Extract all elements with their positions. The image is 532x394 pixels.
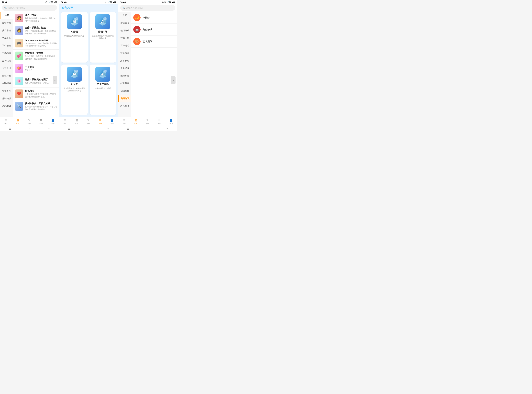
list-item-info-0: 清语（女友） 和女友微信聊天，角色名称：清语（或用户可自定义名字） [25, 14, 57, 22]
list-item-6[interactable]: ❤️ 模拟恋爱 一個創新的虛擬情侣互動模擬，它專門設計用於模擬戀愛中的互... [13, 88, 59, 100]
nav-item-p2-1[interactable]: ⊞ 女友 [74, 118, 80, 125]
nav-icon-p2-4: 👤 [110, 119, 114, 122]
sidebar-item-writing[interactable]: 写作辅助 [0, 42, 13, 49]
nav-item-p1-1[interactable]: ⊞ 女友 [15, 118, 21, 125]
network-icon-1: 127↑ 🔗 5G [45, 1, 53, 3]
network-icon-3: 6.28↑ 🔗 5G [162, 1, 172, 3]
list-item-2[interactable]: 🎮 OtomeAdventureGPT OtomeAdventureGPT旨在创… [13, 37, 59, 50]
sidebar3-item-fun[interactable]: 趣味知识 [118, 95, 131, 102]
item-icon-0: 🌙 [133, 14, 141, 21]
app-card-2[interactable]: AI AI女友 输入简单描述，AI将智能输出markdown内容 [61, 65, 88, 115]
search-icon-3: 🔍 [122, 7, 125, 9]
app-card-1[interactable]: AI 绘画广场 提供各类精美作品给用户欣赏和使用 [90, 12, 116, 62]
nav-item-p2-0[interactable]: ≡ 首页 [62, 118, 68, 125]
nav-item-p1-4[interactable]: 👤 我的 [50, 118, 56, 125]
nav-item-p3-1[interactable]: ⊞ 女友 [133, 118, 139, 125]
back-icon-1[interactable]: ＜ [48, 127, 50, 130]
sidebar3-item-love[interactable]: 爱情游戏 [118, 19, 131, 27]
icon-list-item-2[interactable]: 🎨 艺术顾问 [131, 36, 177, 48]
nav-item-p3-0[interactable]: ≡ 首页 [121, 118, 127, 125]
sidebar-item-fun[interactable]: 趣味知识 [0, 95, 13, 102]
status-bar-2: 10:48 38↑ 🔗 5G ▮ 82 [59, 0, 118, 4]
sidebar3-item-review[interactable]: 点评/评鉴 [118, 80, 131, 87]
search-bar-3[interactable]: 🔍 请输入关键词搜索 [120, 5, 175, 11]
nav-item-p1-3[interactable]: ⁞⁞ 应用 [38, 118, 44, 125]
nav-item-p2-3[interactable]: ⁞⁞ 应用 [97, 118, 103, 125]
panel-1: 10:48 127↑ 🔗 5G ▮ 82 🔍 请输入关键词搜索 全部爱情游戏热门… [0, 0, 59, 131]
avatar-0: 👧 [15, 14, 23, 22]
sidebar3-item-tools[interactable]: 效率工具 [118, 34, 131, 42]
list-item-4[interactable]: 💝 子言女友 舒适伴侣 [13, 62, 59, 75]
app-icon-1: AI [95, 14, 110, 29]
sidebar-item-tools[interactable]: 效率工具 [0, 34, 13, 42]
menu-icon-3[interactable]: ☰ [127, 127, 129, 130]
list-item-3[interactable]: 💕 恋爱游戏（渣女版） 从现在开始，AI将扮演一个恋爱游戏中的女主角！快攻略妹妹… [13, 50, 59, 62]
sidebar-item-love[interactable]: 爱情游戏 [0, 19, 13, 27]
item-name-2: 艺术顾问 [142, 40, 152, 43]
nav-item-p1-2[interactable]: ✎ 创作 [26, 118, 32, 125]
item-emoji-2: 🎨 [135, 40, 139, 43]
app-card-0[interactable]: AI AI绘画 快速生成大师级绘画作品 [61, 12, 88, 62]
avatar-3: 💕 [15, 52, 23, 60]
search-placeholder-1: 请输入关键词搜索 [8, 6, 25, 9]
sidebar-item-all[interactable]: 全部 [0, 12, 13, 19]
status-bar-3: 10:48 6.28↑ 🔗 5G ▮ 82 [118, 0, 177, 4]
nav-label-p3-1: 女友 [134, 122, 137, 125]
sidebar3-item-coding[interactable]: 编程开发 [118, 72, 131, 80]
sidebar-item-coding[interactable]: 编程开发 [0, 72, 13, 80]
list-item-desc-0: 和女友微信聊天，角色名称：清语（或用户可自定义名字） [25, 17, 57, 22]
sidebar-item-articles[interactable]: 文章/故事 [0, 49, 13, 57]
home-icon-2[interactable]: ○ [88, 127, 89, 130]
nav-item-p2-4[interactable]: 👤 我的 [109, 118, 115, 125]
sidebar3-item-articles[interactable]: 文章/故事 [118, 49, 131, 57]
sidebar3-item-thinking[interactable]: 发散思维 [118, 65, 131, 72]
status-icons-3: 6.28↑ 🔗 5G ▮ 82 [162, 1, 175, 3]
nav-item-p2-2[interactable]: ✎ 创作 [85, 118, 91, 125]
sidebar3-item-knowledge[interactable]: 知识百科 [118, 87, 131, 95]
back-icon-3[interactable]: ＜ [166, 127, 168, 130]
sidebar-item-review[interactable]: 点评/评鉴 [0, 80, 13, 87]
nav-item-p3-2[interactable]: ✎ 创作 [145, 118, 150, 125]
home-icon-1[interactable]: ○ [29, 127, 30, 130]
sidebar-item-text[interactable]: 文本/词语 [0, 57, 13, 65]
home-icon-3[interactable]: ○ [147, 127, 148, 130]
sidebar-item-thinking[interactable]: 发散思维 [0, 65, 13, 72]
nav-item-p3-3[interactable]: ⁞⁞ 应用 [156, 118, 162, 125]
back-icon-2[interactable]: ＜ [107, 127, 109, 130]
list-item-info-7: 仙剑奇侠传：守护女神版 在神秘的"仙剑奇侠传"世界中，一个古老的村庄守护着传说中… [25, 102, 57, 111]
avatar-2: 🎮 [15, 39, 23, 47]
items-list-3: 🌙 AI解梦 🤖 角色扮演 🎨 艺术顾问 « [131, 12, 177, 117]
sidebar-item-lang[interactable]: 语言/翻译 [0, 102, 13, 110]
list-item-7[interactable]: ⚔️ 仙剑奇侠传：守护女神版 在神秘的"仙剑奇侠传"世界中，一个古老的村庄守护着… [13, 100, 59, 113]
sidebar3-item-writing[interactable]: 写作辅助 [118, 42, 131, 49]
collapse-button-3[interactable]: « [171, 76, 176, 84]
nav-item-p1-0[interactable]: ≡ 首页 [3, 118, 9, 125]
icon-list-item-0[interactable]: 🌙 AI解梦 [131, 12, 177, 24]
search-icon-1: 🔍 [4, 7, 7, 9]
ai-label-1: AI [101, 20, 104, 24]
list-item-5[interactable]: 🌸 完蛋！我被美女包围了 完蛋，我被美女包围了(AI同人) [13, 75, 59, 88]
sidebar3-item-hot[interactable]: 热门游戏 [118, 27, 131, 34]
icon-list-item-1[interactable]: 🤖 角色扮演 [131, 24, 177, 36]
app-card-3[interactable]: AI 艺术二维码 快速生成艺术二维码 [90, 65, 116, 115]
list-item-1[interactable]: 👩 完蛋！我爱上了姐姐 你是一个普通的上班族，面带着略显忧郁的表情，表现出一些自… [13, 24, 59, 37]
sidebar3-item-text[interactable]: 文本/词语 [118, 57, 131, 65]
nav-icon-p3-0: ≡ [123, 119, 125, 122]
nav-label-p2-4: 我的 [110, 122, 114, 125]
menu-icon-2[interactable]: ☰ [68, 127, 70, 130]
nav-item-p3-4[interactable]: 👤 我的 [168, 118, 174, 125]
sidebar-item-hot[interactable]: 热门游戏 [0, 27, 13, 34]
app-icon-3: AI [95, 67, 110, 82]
search-bar-1[interactable]: 🔍 请输入关键词搜索 [2, 5, 57, 11]
sidebar3-item-all[interactable]: 全部 [118, 12, 131, 19]
nav-icon-p1-2: ✎ [28, 119, 31, 122]
collapse-button-1[interactable]: « [53, 76, 57, 84]
bottom-nav-1: ≡ 首页 ⊞ 女友 ✎ 创作 ⁞⁞ 应用 👤 我的 [0, 117, 59, 126]
list-item-info-3: 恋爱游戏（渣女版） 从现在开始，AI将扮演一个恋爱游戏中的女主角！快攻略妹妹得到… [25, 52, 57, 60]
menu-icon-1[interactable]: ☰ [9, 127, 11, 130]
bottom-nav-3: ≡ 首页 ⊞ 女友 ✎ 创作 ⁞⁞ 应用 👤 我的 [118, 117, 177, 126]
list-item-0[interactable]: 👧 清语（女友） 和女友微信聊天，角色名称：清语（或用户可自定义名字） [13, 12, 59, 24]
sidebar-item-knowledge[interactable]: 知识百科 [0, 87, 13, 95]
sidebar-categories-3: 全部爱情游戏热门游戏效率工具写作辅助文章/故事文本/词语发散思维编程开发点评/评… [118, 12, 131, 117]
sidebar3-item-lang[interactable]: 语言/翻译 [118, 102, 131, 110]
